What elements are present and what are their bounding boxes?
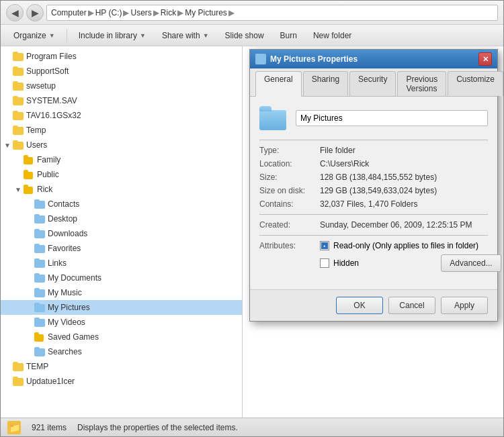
label-saved-games: Saved Games (48, 332, 99, 342)
contains-label: Contains: (259, 199, 320, 209)
tree-item-saved-games[interactable]: Saved Games (1, 330, 242, 344)
info-row-contains: Contains: 32,037 Files, 1,470 Folders (259, 199, 488, 209)
tab-previous-versions[interactable]: Previous Versions (397, 71, 446, 96)
info-row-location: Location: C:\Users\Rick (259, 159, 488, 168)
ok-button[interactable]: OK (336, 297, 383, 314)
sep1: ▶ (88, 8, 94, 17)
tree-item-supportsoft[interactable]: SupportSoft (1, 64, 242, 79)
expand-program-files (3, 52, 11, 60)
folder-icon-public (24, 170, 34, 179)
expand-swsetup (3, 82, 11, 90)
divider2 (259, 214, 488, 215)
tab-security[interactable]: Security (349, 71, 396, 96)
advanced-button[interactable]: Advanced... (441, 254, 501, 272)
organize-button[interactable]: Organize ▼ (6, 27, 62, 44)
dialog-buttons: OK Cancel Apply (250, 289, 497, 321)
tree-item-swsetup[interactable]: swsetup (1, 79, 242, 93)
apply-button[interactable]: Apply (441, 297, 488, 314)
include-in-library-button[interactable]: Include in library ▼ (71, 27, 153, 44)
expand-my-videos (25, 318, 33, 326)
content-area: Program Files SupportSoft swsetup SYSTEM… (1, 46, 503, 418)
tab-customize[interactable]: Customize (448, 71, 503, 96)
tree-item-my-videos[interactable]: My Videos (1, 315, 242, 330)
tree-item-my-documents[interactable]: My Documents (1, 271, 242, 285)
tree-item-tav[interactable]: TAV16.1GSx32 (1, 108, 242, 123)
new-folder-button[interactable]: New folder (306, 27, 359, 44)
folder-icon-desktop (34, 214, 45, 224)
folder-icon-saved-games (34, 332, 45, 342)
label-desktop: Desktop (48, 214, 77, 224)
attributes-label: Attributes: (259, 241, 320, 250)
folder-icon-my-music (34, 288, 45, 297)
tree-item-rick[interactable]: ▼ Rick (1, 182, 242, 197)
share-with-button[interactable]: Share with ▼ (155, 27, 216, 44)
folder-icon-temp (13, 126, 24, 135)
info-row-size: Size: 128 GB (138,484,155,552 bytes) (259, 173, 488, 182)
tree-item-favorites[interactable]: Favorites (1, 241, 242, 256)
tree-item-links[interactable]: Links (1, 256, 242, 271)
label-my-documents: My Documents (48, 273, 101, 283)
label-swsetup: swsetup (26, 81, 56, 91)
cancel-button[interactable]: Cancel (388, 297, 435, 314)
label-systemsav: SYSTEM.SAV (26, 96, 77, 105)
expand-downloads (25, 230, 33, 238)
tree-item-searches[interactable]: Searches (1, 344, 242, 359)
attributes-content: ▪ Read-only (Only applies to files in fo… (320, 241, 501, 276)
tree-item-temp2[interactable]: TEMP (1, 359, 242, 374)
folder-icon-updatue (13, 377, 24, 386)
folder-icon-links (34, 258, 45, 268)
tab-sharing[interactable]: Sharing (303, 71, 348, 96)
readonly-checkbox[interactable]: ▪ (320, 241, 329, 250)
path-computer[interactable]: Computer (51, 8, 87, 17)
tree-item-contacts[interactable]: Contacts (1, 197, 242, 211)
expand-updatue (3, 377, 11, 385)
label-my-pictures: My Pictures (48, 303, 90, 312)
tree-item-desktop[interactable]: Desktop (1, 211, 242, 226)
size-on-disk-value: 129 GB (138,549,633,024 bytes) (320, 186, 488, 195)
expand-desktop (25, 215, 33, 223)
folder-icon-program-files (13, 52, 24, 61)
folder-icon-users (13, 140, 24, 150)
tree-item-downloads[interactable]: Downloads (1, 226, 242, 241)
tree-item-systemsav[interactable]: SYSTEM.SAV (1, 93, 242, 108)
main-window: ◀ ▶ Computer ▶ HP (C:) ▶ Users ▶ Rick ▶ … (0, 0, 504, 437)
expand-my-music (25, 289, 33, 297)
path-users[interactable]: Users (130, 8, 151, 17)
address-path[interactable]: Computer ▶ HP (C:) ▶ Users ▶ Rick ▶ My P… (46, 5, 498, 21)
slideshow-button[interactable]: Slide show (218, 27, 271, 44)
folder-name-input[interactable] (296, 110, 488, 126)
dialog-close-button[interactable]: ✕ (478, 52, 492, 66)
label-family: Family (37, 155, 60, 164)
label-tav: TAV16.1GSx32 (26, 111, 81, 120)
back-button[interactable]: ◀ (6, 4, 24, 21)
tree-item-users[interactable]: ▼ Users (1, 138, 242, 152)
type-value: File folder (320, 146, 488, 155)
sep5: ▶ (228, 8, 235, 17)
folder-icon-swsetup (13, 81, 24, 91)
expand-temp (3, 126, 11, 134)
tree-item-my-pictures[interactable]: My Pictures (1, 300, 242, 315)
file-tree[interactable]: Program Files SupportSoft swsetup SYSTEM… (1, 46, 243, 418)
info-row-size-on-disk: Size on disk: 129 GB (138,549,633,024 by… (259, 186, 488, 195)
forward-button[interactable]: ▶ (26, 4, 44, 21)
tree-item-temp[interactable]: Temp (1, 123, 242, 138)
tree-item-updatue[interactable]: Updatue1Icer (1, 374, 242, 389)
burn-button[interactable]: Burn (273, 27, 304, 44)
path-rick[interactable]: Rick (161, 8, 176, 17)
tree-item-family[interactable]: Family (1, 152, 242, 167)
size-label: Size: (259, 173, 320, 182)
folder-icon-contacts (34, 199, 45, 209)
expand-tav (3, 111, 11, 119)
path-drive[interactable]: HP (C:) (95, 8, 122, 17)
tab-general[interactable]: General (255, 71, 302, 97)
hidden-checkbox-group: Hidden (320, 258, 359, 268)
tree-item-program-files[interactable]: Program Files (1, 49, 242, 64)
divider1 (259, 140, 488, 140)
tree-item-public[interactable]: Public (1, 167, 242, 182)
path-pictures[interactable]: My Pictures (185, 8, 227, 17)
readonly-row[interactable]: ▪ Read-only (Only applies to files in fo… (320, 241, 501, 250)
hidden-checkbox[interactable] (320, 258, 329, 268)
hidden-row[interactable]: Hidden Advanced... (320, 254, 501, 272)
tree-item-my-music[interactable]: My Music (1, 285, 242, 300)
expand-my-documents (25, 274, 33, 282)
